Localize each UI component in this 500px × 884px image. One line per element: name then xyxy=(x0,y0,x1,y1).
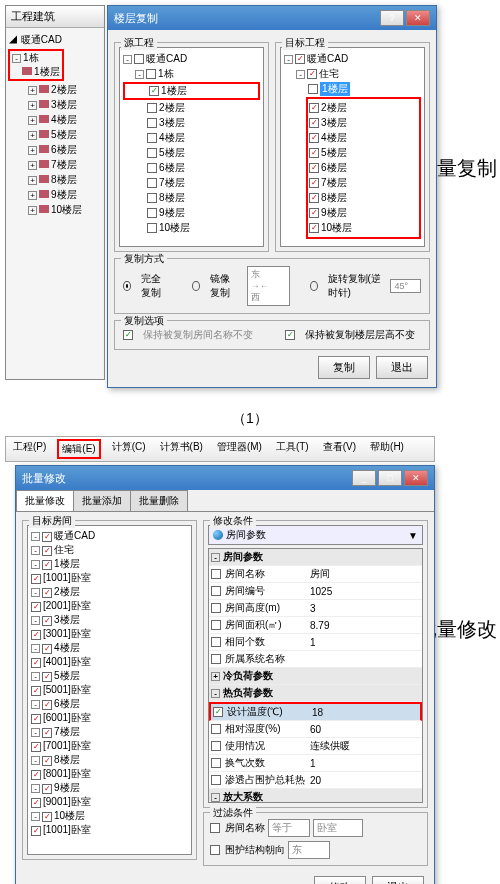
src-floor[interactable]: 7楼层 xyxy=(123,176,260,190)
chk-keep-height[interactable] xyxy=(285,330,295,340)
close-button-2[interactable]: ✕ xyxy=(404,470,428,486)
tree-room[interactable]: [7001]卧室 xyxy=(31,739,188,753)
tree-floor[interactable]: +5楼层 xyxy=(8,128,102,142)
tree-room[interactable]: [3001]卧室 xyxy=(31,627,188,641)
menu-item[interactable]: 计算书(B) xyxy=(157,439,206,459)
radio-full-copy[interactable] xyxy=(123,281,131,291)
src-floor[interactable]: 2楼层 xyxy=(123,101,260,115)
copy-button[interactable]: 复制 xyxy=(318,356,370,379)
tree-floor[interactable]: -4楼层 xyxy=(31,641,188,655)
src-floor[interactable]: 1楼层 xyxy=(123,82,260,100)
tabs: 批量修改 批量添加 批量删除 xyxy=(16,490,434,512)
dst-floor[interactable]: 4楼层 xyxy=(309,131,418,145)
mirror-dir-select[interactable]: 东→←西 xyxy=(247,266,290,306)
rotate-deg-select[interactable]: 45° xyxy=(390,279,421,293)
src-floor[interactable]: 5楼层 xyxy=(123,146,260,160)
menu-item[interactable]: 工程(P) xyxy=(10,439,49,459)
dst-floor[interactable]: 8楼层 xyxy=(309,191,418,205)
target-room-label: 目标房间 xyxy=(29,514,75,528)
menu-item[interactable]: 查看(V) xyxy=(320,439,359,459)
menu-item[interactable]: 计算(C) xyxy=(109,439,149,459)
target-tree[interactable]: -暖通CAD -住宅 1楼层2楼层3楼层4楼层5楼层6楼层7楼层8楼层9楼层10… xyxy=(280,47,425,247)
tree-room[interactable]: [2001]卧室 xyxy=(31,599,188,613)
tree-room[interactable]: [1001]卧室 xyxy=(31,823,188,837)
dst-floor[interactable]: 2楼层 xyxy=(309,101,418,115)
menu-item[interactable]: 帮助(H) xyxy=(367,439,407,459)
chk-filter-name[interactable] xyxy=(210,823,220,833)
tree-floor[interactable]: -3楼层 xyxy=(31,613,188,627)
batch-modify-dialog: 批量修改 _ □ ✕ 批量修改 批量添加 批量删除 目标房间 -暖通CAD -住… xyxy=(15,465,435,884)
tree-floor[interactable]: -2楼层 xyxy=(31,585,188,599)
tab-delete[interactable]: 批量删除 xyxy=(130,490,188,511)
tree-floor[interactable]: -10楼层 xyxy=(31,809,188,823)
dst-floor[interactable]: 7楼层 xyxy=(309,176,418,190)
tree-floor[interactable]: +3楼层 xyxy=(8,98,102,112)
tree-room[interactable]: [8001]卧室 xyxy=(31,767,188,781)
src-floor[interactable]: 10楼层 xyxy=(123,221,260,235)
exit-button[interactable]: 退出 xyxy=(376,356,428,379)
menu-item[interactable]: 管理器(M) xyxy=(214,439,265,459)
tree-floor[interactable]: +4楼层 xyxy=(8,113,102,127)
tree-floor[interactable]: +9楼层 xyxy=(8,188,102,202)
menu-item[interactable]: 编辑(E) xyxy=(57,439,100,459)
dst-floor[interactable]: 10楼层 xyxy=(309,221,418,235)
source-tree[interactable]: -暖通CAD -1栋 1楼层2楼层3楼层4楼层5楼层6楼层7楼层8楼层9楼层10… xyxy=(119,47,264,247)
dst-floor[interactable]: 3楼层 xyxy=(309,116,418,130)
src-floor[interactable]: 4楼层 xyxy=(123,131,260,145)
radio-mirror-copy[interactable] xyxy=(192,281,200,291)
radio-rotate-copy[interactable] xyxy=(310,281,318,291)
dst-floor[interactable]: 6楼层 xyxy=(309,161,418,175)
tree-floor[interactable]: -6楼层 xyxy=(31,697,188,711)
tree-floor[interactable]: +10楼层 xyxy=(8,203,102,217)
tree-room[interactable]: [6001]卧室 xyxy=(31,711,188,725)
filter-op-select[interactable]: 等于 xyxy=(268,819,310,837)
floor-copy-dialog: 楼层复制 ? ✕ 源工程 -暖通CAD -1栋 1楼层2楼层3楼层4楼层5楼层6… xyxy=(107,5,437,388)
chk-keep-name[interactable] xyxy=(123,330,133,340)
close-button[interactable]: ✕ xyxy=(406,10,430,26)
src-floor[interactable]: 9楼层 xyxy=(123,206,260,220)
tree-floor[interactable]: +7楼层 xyxy=(8,158,102,172)
min-button[interactable]: _ xyxy=(352,470,376,486)
tree-floor[interactable]: -9楼层 xyxy=(31,781,188,795)
tree-floor[interactable]: -1楼层 xyxy=(31,557,188,571)
tree-building[interactable]: -1栋 1楼层 xyxy=(8,49,64,81)
tree-room[interactable]: [5001]卧室 xyxy=(31,683,188,697)
copy-opts-label: 复制选项 xyxy=(121,314,167,328)
tree-floor[interactable]: -7楼层 xyxy=(31,725,188,739)
dst-floor[interactable]: 9楼层 xyxy=(309,206,418,220)
filter-label: 过滤条件 xyxy=(210,806,256,820)
tree-root[interactable]: ◢ 暖通CAD xyxy=(8,33,102,47)
src-floor[interactable]: 3楼层 xyxy=(123,116,260,130)
tab-modify[interactable]: 批量修改 xyxy=(16,490,74,511)
src-floor[interactable]: 6楼层 xyxy=(123,161,260,175)
max-button[interactable]: □ xyxy=(378,470,402,486)
tree-room[interactable]: [4001]卧室 xyxy=(31,655,188,669)
tree-room[interactable]: [9001]卧室 xyxy=(31,795,188,809)
filter-orient-select[interactable]: 东 xyxy=(288,841,330,859)
filter-val-select[interactable]: 卧室 xyxy=(313,819,363,837)
src-floor[interactable]: 8楼层 xyxy=(123,191,260,205)
exit-button-2[interactable]: 退出 xyxy=(372,876,424,884)
tree-floor[interactable]: -5楼层 xyxy=(31,669,188,683)
tree-floor[interactable]: +2楼层 xyxy=(8,83,102,97)
chk-filter-orient[interactable] xyxy=(210,845,220,855)
source-label: 源工程 xyxy=(121,36,157,50)
menubar: 工程(P) 编辑(E) 计算(C) 计算书(B) 管理器(M) 工具(T) 查看… xyxy=(5,436,435,462)
tree-floor[interactable]: +8楼层 xyxy=(8,173,102,187)
param-grid[interactable]: -房间参数 房间名称房间 房间编号1025 房间高度(m)3 房间面积(㎡)8.… xyxy=(208,548,423,803)
row-design-temp[interactable]: 设计温度(℃)18 xyxy=(209,702,422,721)
globe-icon xyxy=(213,530,223,540)
tree-floor[interactable]: +6楼层 xyxy=(8,143,102,157)
tree-room[interactable]: [1001]卧室 xyxy=(31,571,188,585)
help-button[interactable]: ? xyxy=(380,10,404,26)
dialog-title: 楼层复制 xyxy=(114,11,158,26)
param-category-select[interactable]: 房间参数 ▼ xyxy=(208,525,423,545)
menu-item[interactable]: 工具(T) xyxy=(273,439,312,459)
dst-floor[interactable]: 1楼层 xyxy=(284,82,421,96)
tab-add[interactable]: 批量添加 xyxy=(73,490,131,511)
tree-floor[interactable]: -8楼层 xyxy=(31,753,188,767)
dst-floor[interactable]: 5楼层 xyxy=(309,146,418,160)
modify-button[interactable]: 修改 xyxy=(314,876,366,884)
room-tree[interactable]: -暖通CAD -住宅 -1楼层[1001]卧室-2楼层[2001]卧室-3楼层[… xyxy=(27,525,192,855)
dialog2-title: 批量修改 xyxy=(22,471,66,486)
